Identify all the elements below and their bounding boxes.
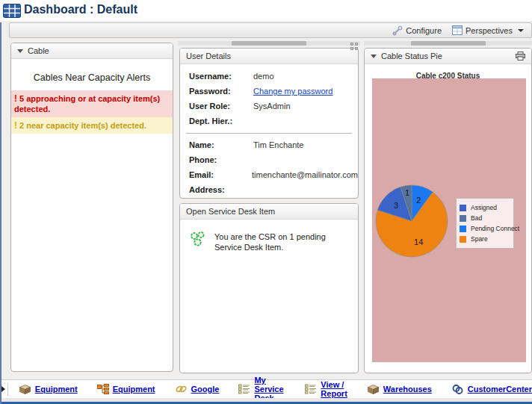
field-value: SysAdmin — [253, 99, 291, 114]
chain-blue-icon — [451, 384, 464, 395]
middle-column: User Details Username: demo Password: Ch… — [178, 41, 360, 377]
page-title: Dashboard : Default — [24, 3, 137, 16]
legend-item-assigned: Assigned — [460, 202, 510, 213]
field-row-address: Address: — [180, 182, 358, 197]
pie-data-label: 1 — [405, 188, 409, 197]
pie-data-label: 3 — [394, 201, 398, 210]
hierarchy-icon — [97, 384, 109, 394]
service-desk-title: Open Service Desk Item — [186, 207, 275, 216]
service-desk-message: You are the CSR on 1 pending Service Des… — [214, 230, 347, 252]
change-password-link[interactable]: Change my password — [253, 84, 332, 99]
service-desk-panel: Open Service Desk Item You are the CSR o… — [179, 203, 359, 373]
configure-label: Configure — [406, 26, 442, 35]
dashboard-toolbar: Configure Perspectives — [9, 22, 532, 38]
cable-alerts-heading: Cables Near Capacity Alerts — [11, 72, 173, 83]
field-row-username: Username: demo — [180, 69, 358, 84]
shortcut-equipment-1[interactable]: Equipment — [19, 384, 78, 395]
capacity-alert-warning: !2 near capacity item(s) detected. — [11, 117, 173, 134]
shortcut-link[interactable]: Equipment — [35, 385, 78, 394]
app-header: Dashboard : Default — [0, 0, 532, 21]
field-label: Email: — [189, 167, 252, 182]
user-details-panel: User Details Username: demo Password: Ch… — [179, 48, 359, 199]
column-splitter[interactable] — [364, 41, 532, 46]
drag-handle-icon[interactable] — [350, 43, 358, 50]
collapse-arrow-icon[interactable] — [17, 49, 23, 53]
field-label: User Role: — [189, 99, 253, 114]
field-label: Username: — [189, 69, 253, 84]
right-column: Cable Status Pie Cable c200 Status 21431… — [364, 41, 532, 377]
cable-status-pie-panel: Cable Status Pie Cable c200 Status 21431… — [364, 48, 532, 373]
legend-swatch — [460, 205, 466, 211]
field-label: Dept. Hier.: — [189, 114, 253, 128]
legend-label: Spare — [471, 235, 488, 243]
alert-exclamation-icon: ! — [14, 93, 17, 104]
shortcut-google[interactable]: Google — [175, 384, 220, 394]
package-icon — [19, 384, 31, 395]
field-row-password: Password: Change my password — [180, 84, 358, 99]
pie-plot-area: 21431 Assigned Bad Pending Connect Spare — [372, 78, 526, 362]
perspectives-label: Perspectives — [466, 26, 513, 35]
pie-panel-title: Cable Status Pie — [381, 52, 442, 60]
dashboard-grid-icon — [3, 4, 21, 18]
chevron-down-icon — [518, 29, 524, 32]
contact-fields: Name: Tim Enchante Phone: Email: timench… — [180, 137, 358, 197]
expand-arrow-icon — [1, 386, 5, 392]
user-details-title: User Details — [186, 52, 231, 60]
wrench-icon — [392, 25, 403, 36]
field-value: Tim Enchante — [253, 137, 303, 152]
shortcut-equipment-2[interactable]: Equipment — [97, 384, 155, 394]
package-icon — [367, 384, 380, 395]
service-desk-header[interactable]: Open Service Desk Item — [180, 204, 358, 220]
chain-gold-icon — [175, 384, 188, 394]
user-details-header[interactable]: User Details — [180, 49, 358, 64]
legend-item-pending-connect: Pending Connect — [460, 223, 510, 234]
legend-item-bad: Bad — [460, 213, 510, 223]
alert-text: 5 approaching or at capacity item(s) det… — [14, 94, 160, 114]
configure-button[interactable]: Configure — [392, 25, 442, 36]
collapse-arrow-icon[interactable] — [371, 55, 377, 58]
field-label: Phone: — [189, 152, 253, 167]
shortcut-warehouses[interactable]: Warehouses — [367, 384, 432, 395]
pie-data-label: 2 — [416, 196, 421, 205]
shortcut-bar: Equipment Equipment Google — [0, 379, 532, 398]
legend-item-spare: Spare — [460, 234, 510, 244]
shortcut-link[interactable]: Google — [191, 385, 220, 394]
account-fields: Username: demo Password: Change my passw… — [180, 64, 358, 128]
legend-swatch — [460, 236, 466, 243]
cable-panel-title: Cable — [28, 46, 49, 55]
legend-swatch — [460, 226, 466, 232]
alert-text: 2 near capacity item(s) detected. — [19, 121, 146, 130]
legend-label: Assigned — [471, 204, 497, 211]
splitter-thumb-icon[interactable] — [411, 41, 486, 46]
shortcut-link[interactable]: CustomerCenter — [468, 385, 532, 394]
pie-data-label: 14 — [414, 237, 423, 246]
field-value: demo — [253, 69, 274, 84]
field-row-email: Email: timenchante@mailinator.com — [180, 167, 358, 182]
legend-label: Pending Connect — [471, 225, 519, 232]
field-row-user-role: User Role: SysAdmin — [180, 99, 358, 114]
cable-panel: Cable Cables Near Capacity Alerts !5 app… — [10, 43, 173, 372]
list-icon — [305, 384, 317, 394]
window-left-edge — [0, 22, 1, 404]
capacity-alert-critical: !5 approaching or at capacity item(s) de… — [11, 90, 173, 117]
print-icon[interactable] — [516, 52, 525, 60]
field-label: Address: — [189, 182, 253, 197]
field-label: Name: — [189, 137, 253, 152]
shortcut-link[interactable]: Warehouses — [383, 385, 432, 394]
service-desk-gears-icon — [189, 230, 207, 252]
cable-panel-header[interactable]: Cable — [11, 43, 173, 59]
field-row-dept-hier: Dept. Hier.: — [180, 114, 358, 128]
splitter-thumb-icon[interactable] — [232, 41, 306, 46]
legend-label: Bad — [471, 214, 482, 222]
field-label: Password: — [189, 84, 253, 99]
shortcut-link[interactable]: Equipment — [113, 385, 155, 394]
list-icon — [238, 384, 250, 394]
field-value: timenchante@mailinator.com — [252, 167, 358, 182]
shortcut-link[interactable]: View / Report — [321, 380, 347, 398]
perspectives-button[interactable]: Perspectives — [452, 25, 524, 35]
pie-panel-header[interactable]: Cable Status Pie — [365, 49, 531, 64]
column-splitter[interactable] — [178, 41, 360, 46]
shortcut-view-report[interactable]: View / Report — [305, 380, 347, 398]
alert-exclamation-icon: ! — [14, 120, 17, 131]
shortcut-customercenter[interactable]: CustomerCenter — [451, 384, 532, 395]
